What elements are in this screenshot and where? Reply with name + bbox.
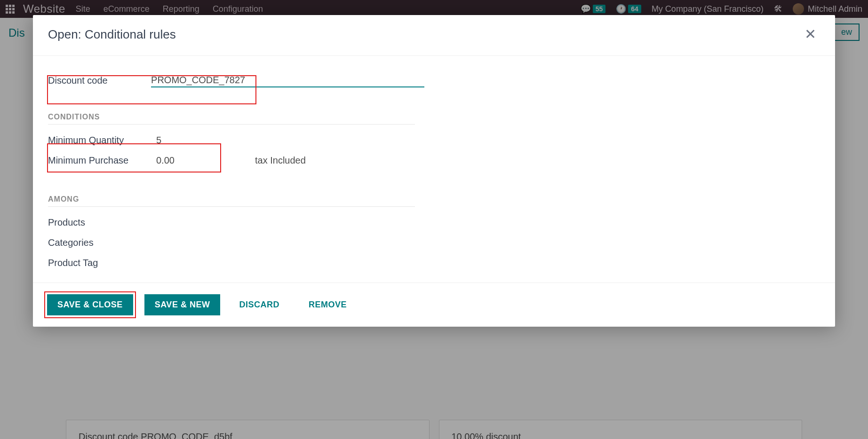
discount-code-input[interactable] (151, 74, 424, 87)
dialog-header: Open: Conditional rules ✕ (33, 15, 835, 56)
close-icon[interactable]: ✕ (801, 26, 820, 42)
categories-row: Categories (48, 233, 424, 253)
min-qty-row: Minimum Quantity 5 (48, 130, 424, 150)
min-qty-label: Minimum Quantity (48, 135, 156, 146)
min-purchase-label: Minimum Purchase (48, 155, 156, 166)
dialog-title: Open: Conditional rules (48, 27, 176, 42)
discard-button[interactable]: DISCARD (229, 294, 290, 315)
conditions-section-header: CONDITIONS (48, 113, 415, 125)
min-purchase-value[interactable]: 0.00 (156, 155, 208, 166)
dialog-body: Discount code CONDITIONS Minimum Quantit… (33, 56, 835, 282)
among-section-header: AMONG (48, 195, 415, 207)
min-purchase-row: Minimum Purchase 0.00 tax Included (48, 150, 424, 171)
save-new-button[interactable]: SAVE & NEW (144, 294, 221, 315)
product-tag-row: Product Tag (48, 253, 424, 273)
products-label: Products (48, 217, 156, 228)
discount-code-label: Discount code (48, 75, 151, 86)
highlight-save-close: SAVE & CLOSE (44, 291, 136, 318)
min-qty-value[interactable]: 5 (156, 135, 424, 146)
product-tag-label: Product Tag (48, 258, 156, 268)
save-close-button[interactable]: SAVE & CLOSE (47, 294, 133, 315)
dialog-footer: SAVE & CLOSE SAVE & NEW DISCARD REMOVE (33, 282, 835, 327)
remove-button[interactable]: REMOVE (298, 294, 357, 315)
products-row: Products (48, 212, 424, 233)
categories-label: Categories (48, 237, 156, 248)
conditional-rules-dialog: Open: Conditional rules ✕ Discount code … (33, 15, 835, 327)
tax-included-label: tax Included (255, 155, 306, 166)
discount-code-row: Discount code (48, 69, 424, 92)
